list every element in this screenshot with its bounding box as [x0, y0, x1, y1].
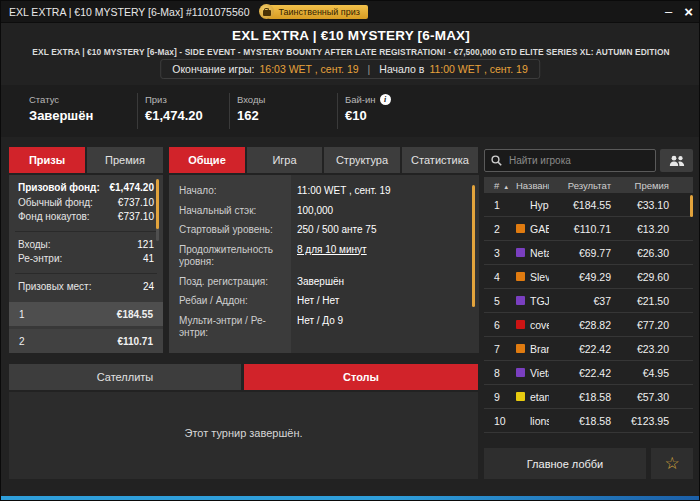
info-icon[interactable]: i — [380, 94, 391, 105]
tables-panel: Этот турнир завершён. — [9, 392, 478, 479]
tab-structure[interactable]: Структура — [324, 147, 400, 173]
panel-divider — [15, 273, 157, 274]
player-name-cell: HyperSabz... — [516, 199, 549, 211]
info-value: Завершён — [291, 276, 344, 289]
player-name-cell: VietaRe... — [516, 367, 549, 379]
search-input[interactable] — [507, 154, 641, 167]
tab-prizes[interactable]: Призы — [9, 147, 85, 173]
entries-row-label: Входы: — [18, 238, 51, 253]
player-result: €110.71 — [549, 223, 611, 235]
stats-divider — [229, 93, 230, 129]
panel-divider — [15, 231, 157, 232]
column-result[interactable]: Результат — [549, 180, 611, 191]
bounty-color-square — [516, 248, 525, 257]
column-rank[interactable]: #▲ — [494, 180, 516, 191]
mystery-prize-badge: Таинственный приз — [259, 4, 367, 19]
player-premium: €33.10 — [611, 199, 669, 211]
tab-general[interactable]: Общие — [169, 147, 245, 173]
payout-place: 2 — [19, 336, 25, 347]
player-row[interactable]: 4 SlevaLo... €49.29 €29.60 — [484, 265, 693, 289]
entries-row: Входы: 121 — [9, 238, 163, 253]
stats-strip: Статус Завершён Приз €1,474.20 Входы 162… — [1, 85, 700, 137]
payout-amount: €110.71 — [117, 336, 153, 347]
entries-value: 162 — [237, 108, 259, 123]
bounty-color-square — [516, 344, 525, 353]
paid-places-label: Призовых мест: — [18, 280, 91, 295]
info-value: 250 / 500 анте 75 — [291, 224, 377, 237]
payout-row[interactable]: 2 €110.71 — [9, 329, 163, 353]
column-premium[interactable]: Премия — [611, 180, 669, 191]
bounty-color-square — [516, 200, 525, 209]
end-time-label: Окончание игры: — [172, 63, 254, 75]
close-icon[interactable]: × — [684, 5, 693, 19]
schedule-separator: | — [368, 63, 371, 75]
player-premium: €13.20 — [611, 223, 669, 235]
player-result: €184.55 — [549, 199, 611, 211]
buyin-label: Бай-ин i — [345, 94, 391, 105]
player-name: SlevaLo... — [530, 271, 549, 283]
info-row-start: Начало: 11:00 WET , сент. 19 — [169, 185, 479, 198]
player-premium: €26.30 — [611, 247, 669, 259]
player-row[interactable]: 10 lionsilly19 €18.58 €123.95 — [484, 409, 693, 433]
player-premium: €21.50 — [611, 295, 669, 307]
star-icon: ☆ — [664, 453, 679, 474]
prize-fund-row: Призовой фонд: €1,474.20 — [9, 181, 163, 196]
tab-satellites[interactable]: Сателлиты — [9, 364, 241, 390]
tab-game[interactable]: Игра — [247, 147, 322, 173]
level-duration-link[interactable]: 8 для 10 минут — [291, 244, 367, 269]
info-row-starting-level: Стартовый уровень: 250 / 500 анте 75 — [169, 224, 479, 237]
column-name[interactable]: Название — [516, 180, 549, 191]
player-premium: €4.95 — [611, 367, 669, 379]
reentry-row-value: 41 — [143, 252, 154, 267]
player-rank: 10 — [494, 415, 516, 427]
friends-filter-button[interactable] — [660, 149, 693, 172]
player-row[interactable]: 1 HyperSabz... €184.55 €33.10 — [484, 193, 693, 217]
bounty-color-square — [516, 368, 525, 377]
main-lobby-button[interactable]: Главное лобби — [484, 448, 646, 479]
player-row[interactable]: 6 coveiroo €28.82 €77.20 — [484, 313, 693, 337]
mystery-prize-badge-label: Таинственный приз — [268, 5, 367, 19]
player-rank: 8 — [494, 367, 516, 379]
info-value: Нет / Нет — [291, 295, 339, 308]
player-premium: €77.20 — [611, 319, 669, 331]
regular-fund-label: Обычный фонд: — [18, 196, 93, 211]
reentry-row-label: Ре-энтри: — [18, 252, 62, 267]
player-row[interactable]: 8 VietaRe... €22.42 €4.95 — [484, 361, 693, 385]
players-table-header[interactable]: #▲ Название Результат Премия — [484, 177, 693, 193]
player-row[interactable]: 7 Branda... €22.42 €23.20 — [484, 337, 693, 361]
regular-fund-row: Обычный фонд: €737.10 — [9, 196, 163, 211]
player-rank: 7 — [494, 343, 516, 355]
info-label: Продолжительность уровня: — [169, 244, 291, 269]
player-result: €69.77 — [549, 247, 611, 259]
player-row[interactable]: 3 Netasek... €69.77 €26.30 — [484, 241, 693, 265]
general-info-panel: Начало: 11:00 WET , сент. 19 Начальный с… — [169, 175, 479, 353]
payout-row[interactable]: 1 €184.55 — [9, 302, 163, 326]
player-row[interactable]: 5 TGJS €37 €21.50 — [484, 289, 693, 313]
player-rank: 3 — [494, 247, 516, 259]
player-search-box[interactable] — [484, 149, 656, 172]
sort-asc-icon: ▲ — [503, 184, 509, 190]
player-name-cell: GABRIE... — [516, 223, 549, 235]
player-rank: 5 — [494, 295, 516, 307]
player-row[interactable]: 9 etanapaa €18.58 €57.30 — [484, 385, 693, 409]
minimize-icon[interactable]: – — [665, 7, 672, 17]
prize-fund-value: €1,474.20 — [110, 181, 155, 196]
player-premium: €57.30 — [611, 391, 669, 403]
tab-statistics[interactable]: Статистика — [402, 147, 478, 173]
player-rank: 6 — [494, 319, 516, 331]
tab-tables[interactable]: Столы — [244, 364, 478, 390]
info-row-starting-stack: Начальный стэк: 100,000 — [169, 205, 479, 218]
tournament-finished-message: Этот турнир завершён. — [184, 427, 302, 439]
prizes-scrollbar-thumb[interactable] — [156, 179, 159, 229]
payout-amount: €184.55 — [117, 309, 153, 320]
tab-premium[interactable]: Премия — [87, 147, 163, 173]
player-name: Netasek... — [530, 247, 549, 259]
status-label: Статус — [29, 94, 59, 105]
players-scrollbar-thumb[interactable] — [690, 195, 693, 217]
knockout-fund-label: Фонд нокаутов: — [18, 210, 90, 225]
player-name: lionsilly19 — [530, 415, 549, 427]
general-scrollbar-thumb[interactable] — [472, 185, 475, 307]
favorite-button[interactable]: ☆ — [651, 448, 693, 479]
player-result: €28.82 — [549, 319, 611, 331]
player-row[interactable]: 2 GABRIE... €110.71 €13.20 — [484, 217, 693, 241]
